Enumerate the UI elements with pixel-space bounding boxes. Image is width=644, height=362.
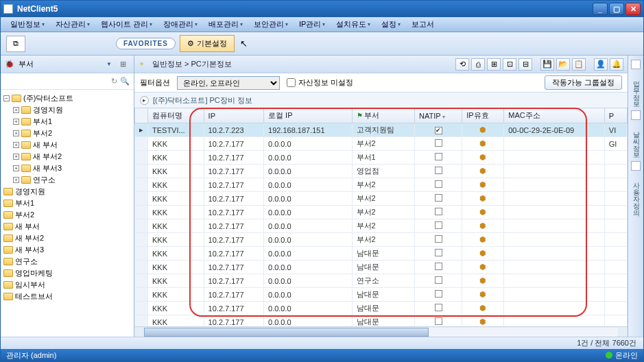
menu-6[interactable]: IP관리▾ xyxy=(294,17,331,32)
menu-1[interactable]: 자산관리▾ xyxy=(50,17,95,32)
toolbar-icon-4[interactable]: ⊟ xyxy=(518,58,532,71)
tree-node-flat[interactable]: 경영지원 xyxy=(2,186,132,197)
tree-node[interactable]: +새 부서2 xyxy=(13,151,132,162)
table-row[interactable]: KKK10.2.7.1770.0.0.0남대문⬢ xyxy=(135,261,628,274)
right-rail: 업무정보날씨정보사용자정의 xyxy=(628,56,643,337)
rail-item-0[interactable]: 업무정보 xyxy=(631,73,641,106)
menu-5[interactable]: 보안관리▾ xyxy=(248,17,294,32)
refresh-icon[interactable]: ↻ xyxy=(111,77,117,86)
tree-node[interactable]: +새 부서3 xyxy=(13,162,132,174)
row-selector-col xyxy=(135,108,148,123)
rail-icon-1[interactable] xyxy=(631,110,641,120)
minimize-button[interactable]: _ xyxy=(593,3,608,15)
tree-node-flat[interactable]: 새 부서2 xyxy=(2,232,132,244)
filter-row: 필터옵션 온라인, 오프라인 자산정보 미설정 작동가능 그룹설정 xyxy=(134,73,628,93)
maximize-button[interactable]: ▢ xyxy=(609,3,624,15)
horizontal-scrollbar[interactable] xyxy=(134,326,628,337)
search-icon[interactable]: 🔍 xyxy=(120,77,130,86)
col-1[interactable]: IP xyxy=(204,108,263,123)
toolbar-icon-6[interactable]: 💾 xyxy=(540,58,554,71)
menu-2[interactable]: 웹사이트 관리▾ xyxy=(95,17,158,32)
table-row[interactable]: KKK10.2.7.1770.0.0.0부서2⬢ xyxy=(135,178,628,192)
tree-node-flat[interactable]: 연구소 xyxy=(2,256,132,267)
cursor-icon: ↖ xyxy=(240,38,248,49)
tab-basic-settings[interactable]: ⚙ 기본설정 xyxy=(180,35,235,52)
asset-unset-checkbox[interactable]: 자산정보 미설정 xyxy=(287,77,353,88)
sidebar-search-row: ↻ 🔍 xyxy=(1,73,134,90)
tree-node[interactable]: +연구소 xyxy=(13,174,132,186)
rail-icon-2[interactable] xyxy=(631,161,641,171)
col-5[interactable]: IP유효 xyxy=(462,108,504,123)
menu-9[interactable]: 보고서 xyxy=(406,17,440,32)
tree-node[interactable]: +경영지원 xyxy=(13,104,132,116)
content-toolbar: ✦ 일반정보 > PC기본정보 ⟲⎙⊞⊡⊟💾📂📋👤🔔 xyxy=(134,56,628,73)
table-row[interactable]: KKK10.2.7.1770.0.0.0부서2⬢ xyxy=(135,192,628,206)
table-row[interactable]: ▸TESTVI...10.2.7.223192.168.187.151고객지원팀… xyxy=(135,123,628,137)
table-row[interactable]: KKK10.2.7.1770.0.0.0연구소⬢ xyxy=(135,274,628,288)
grid-wrap: 컴퓨터명IP로컬 IP⚑부서NATIP ▾IP유효MAC주소P ▸TESTVI.… xyxy=(134,108,628,326)
toolbar-icon-1[interactable]: ⎙ xyxy=(471,58,485,71)
table-row[interactable]: KKK10.2.7.1770.0.0.0부서1⬢ xyxy=(135,151,628,165)
rail-item-1[interactable]: 날씨정보 xyxy=(631,124,641,157)
status-online: 온라인 xyxy=(615,350,638,361)
org-chart-icon[interactable]: ⧉ xyxy=(6,36,25,52)
close-button[interactable]: ✕ xyxy=(625,3,641,15)
toolbar-icon-3[interactable]: ⊡ xyxy=(503,58,516,71)
pc-grid[interactable]: 컴퓨터명IP로컬 IP⚑부서NATIP ▾IP유효MAC주소P ▸TESTVI.… xyxy=(134,108,628,326)
col-3[interactable]: ⚑부서 xyxy=(352,108,414,123)
tree-node-flat[interactable]: 새 부서3 xyxy=(2,244,132,256)
rail-item-2[interactable]: 사용자정의 xyxy=(631,175,641,215)
col-2[interactable]: 로컬 IP xyxy=(264,108,353,123)
tree-node-flat[interactable]: 부서2 xyxy=(2,209,132,221)
tree-node-flat[interactable]: 임시부서 xyxy=(2,279,132,291)
tree-node-flat[interactable]: 부서1 xyxy=(2,197,132,209)
table-row[interactable]: KKK10.2.7.1770.0.0.0영업점⬢ xyxy=(135,165,628,178)
status-user: 관리자 (admin) xyxy=(6,350,606,361)
group-settings-button[interactable]: 작동가능 그룹설정 xyxy=(545,75,622,90)
toolbar-icon-0[interactable]: ⟲ xyxy=(455,58,469,71)
dropdown-icon[interactable]: ▼ xyxy=(106,61,112,67)
tree-node[interactable]: +새 부서 xyxy=(13,139,132,151)
col-4[interactable]: NATIP ▾ xyxy=(415,108,462,123)
toolbar-icon-2[interactable]: ⊞ xyxy=(487,58,501,71)
col-7[interactable]: P xyxy=(604,108,627,123)
menu-4[interactable]: 배포관리▾ xyxy=(203,17,248,32)
tree-root[interactable]: −(주)닥터소프트 xyxy=(3,93,132,104)
app-icon xyxy=(3,4,13,14)
table-row[interactable]: KKK10.2.7.1770.0.0.0남대문⬢ xyxy=(135,302,628,315)
sidebar-header: 🐞 부서 ▼ ⊞ xyxy=(1,56,134,73)
table-row[interactable]: KKK10.2.7.1770.0.0.0남대문⬢ xyxy=(135,315,628,327)
tree-node[interactable]: +부서2 xyxy=(13,128,132,139)
menu-0[interactable]: 일반정보▾ xyxy=(5,17,50,32)
asset-unset-input[interactable] xyxy=(287,78,296,87)
tree-node[interactable]: +부서1 xyxy=(13,116,132,128)
org-tree[interactable]: −(주)닥터소프트+경영지원+부서1+부서2+새 부서+새 부서2+새 부서3+… xyxy=(1,90,134,337)
table-row[interactable]: KKK10.2.7.1770.0.0.0부서2⬢ xyxy=(135,233,628,247)
table-row[interactable]: KKK10.2.7.1770.0.0.0부서2⬢ xyxy=(135,206,628,219)
col-6[interactable]: MAC주소 xyxy=(504,108,605,123)
ladybug-icon: 🐞 xyxy=(5,60,14,69)
toolbar-icon-8[interactable]: 📋 xyxy=(572,58,586,71)
sidebar: 🐞 부서 ▼ ⊞ ↻ 🔍 −(주)닥터소프트+경영지원+부서1+부서2+새 부서… xyxy=(1,56,134,337)
toolbar-icon-7[interactable]: 📂 xyxy=(556,58,570,71)
tree-node-flat[interactable]: 새 부서 xyxy=(2,221,132,232)
table-row[interactable]: KKK10.2.7.1770.0.0.0남대문⬢ xyxy=(135,288,628,302)
tool-strip: ⧉ FAVORITES ⚙ 기본설정 ↖ xyxy=(1,32,643,56)
menu-7[interactable]: 설치유도▾ xyxy=(331,17,376,32)
menu-8[interactable]: 설정▾ xyxy=(376,17,406,32)
menu-3[interactable]: 장애관리▾ xyxy=(158,17,203,32)
table-row[interactable]: KKK10.2.7.1770.0.0.0남대문⬢ xyxy=(135,247,628,261)
filter-combo[interactable]: 온라인, 오프라인 xyxy=(177,76,280,90)
table-row[interactable]: KKK10.2.7.1770.0.0.0부서2⬢ xyxy=(135,219,628,233)
section-header: ▸ [(주)닥터소프트] PC장비 정보 xyxy=(134,93,628,108)
toolbar-icon-10[interactable]: 👤 xyxy=(594,58,608,71)
expand-icon[interactable]: ▸ xyxy=(140,96,149,105)
tree-mode-icon[interactable]: ⊞ xyxy=(116,60,130,69)
rail-icon-0[interactable] xyxy=(631,60,641,69)
table-row[interactable]: KKK10.2.7.1770.0.0.0부서2⬢GI xyxy=(135,137,628,151)
tree-node-flat[interactable]: 영업마케팅 xyxy=(2,267,132,279)
col-0[interactable]: 컴퓨터명 xyxy=(148,108,204,123)
tree-node-flat[interactable]: 테스트브서 xyxy=(2,291,132,302)
favorites-button[interactable]: FAVORITES xyxy=(116,38,176,49)
toolbar-icon-11[interactable]: 🔔 xyxy=(610,58,623,71)
